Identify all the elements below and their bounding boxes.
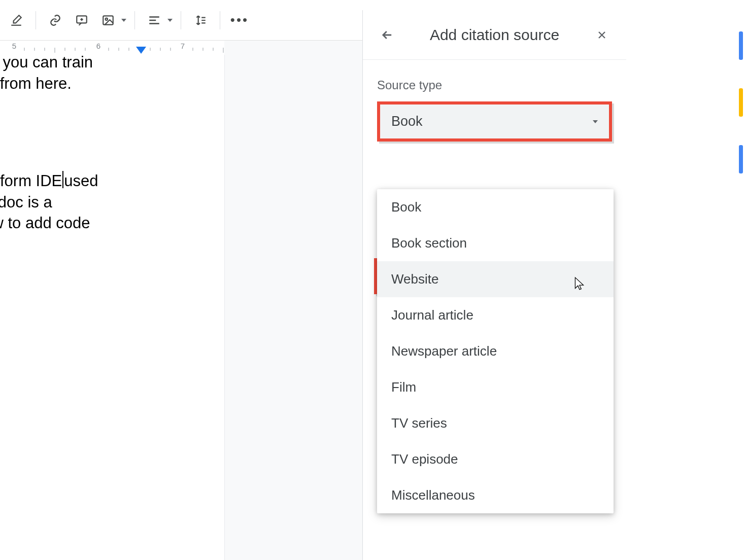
arrow-left-icon xyxy=(380,28,394,42)
chevron-down-icon xyxy=(121,19,126,22)
separator xyxy=(220,11,220,29)
text-fragment: platform IDE xyxy=(0,172,62,190)
document-area: Also, you can train me from here. platfo… xyxy=(0,55,362,560)
dropdown-option[interactable]: TV episode xyxy=(377,441,614,477)
panel-header: Add citation source xyxy=(363,10,626,60)
separator xyxy=(181,11,181,29)
dropdown-option[interactable]: Journal article xyxy=(377,297,614,333)
svg-point-2 xyxy=(106,18,108,20)
dropdown-option[interactable]: Book section xyxy=(377,225,614,261)
source-type-label: Source type xyxy=(377,78,612,92)
panel-body: Source type Book BookBook sectionWebsite… xyxy=(363,60,626,160)
line-spacing-button[interactable] xyxy=(189,9,212,31)
separator xyxy=(36,11,36,29)
close-button[interactable] xyxy=(592,25,612,45)
dropdown-option[interactable]: Book xyxy=(377,189,614,225)
back-button[interactable] xyxy=(377,25,397,45)
mouse-cursor xyxy=(573,276,586,292)
side-app-icon[interactable] xyxy=(739,145,743,173)
text-line: e doc is a xyxy=(0,192,224,213)
svg-rect-1 xyxy=(103,16,113,24)
page-margin xyxy=(224,55,362,560)
chevron-down-icon xyxy=(593,120,598,123)
text-line: me from here. xyxy=(0,73,224,94)
dropdown-option[interactable]: Film xyxy=(377,369,614,405)
side-app-icon[interactable] xyxy=(739,88,743,117)
add-comment-icon[interactable] xyxy=(71,9,93,31)
dropdown-option[interactable]: Miscellaneous xyxy=(377,477,614,513)
source-type-select[interactable]: Book xyxy=(377,101,612,142)
more-button[interactable]: ••• xyxy=(228,9,251,31)
dropdown-option[interactable]: Newspaper article xyxy=(377,333,614,369)
text-line: Also, you can train xyxy=(0,52,224,73)
select-value: Book xyxy=(391,114,423,129)
source-type-dropdown: BookBook sectionWebsiteJournal articleNe… xyxy=(377,189,614,513)
panel-title: Add citation source xyxy=(414,26,575,44)
side-apps-rail xyxy=(739,31,743,173)
close-icon xyxy=(596,29,608,41)
text-line: how to add code xyxy=(0,213,224,234)
side-app-icon[interactable] xyxy=(739,31,743,60)
text-cursor xyxy=(62,171,63,188)
citation-side-panel: Add citation source Source type Book Boo… xyxy=(362,10,746,560)
separator xyxy=(134,11,135,29)
text-fragment: used xyxy=(64,172,98,190)
chevron-down-icon xyxy=(167,19,173,22)
insert-image-button[interactable] xyxy=(97,9,126,31)
text-line: platform IDEused xyxy=(0,170,224,192)
insert-link-icon[interactable] xyxy=(44,9,66,31)
align-button[interactable] xyxy=(143,9,173,31)
document-text[interactable]: Also, you can train me from here. platfo… xyxy=(0,55,224,234)
image-icon xyxy=(97,9,119,31)
paint-format-icon[interactable] xyxy=(5,9,27,31)
dropdown-option[interactable]: TV series xyxy=(377,405,614,441)
line-spacing-icon xyxy=(189,9,212,31)
align-left-icon xyxy=(143,9,165,31)
